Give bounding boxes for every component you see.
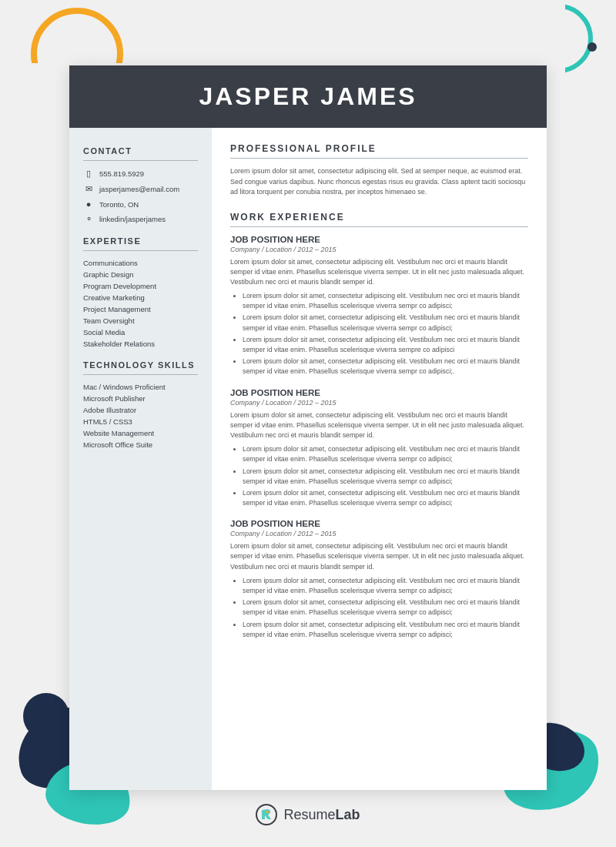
- job-2: JOB POSITION HERE Company / Location / 2…: [230, 388, 528, 509]
- contact-phone-text: 555.819.5929: [99, 169, 144, 178]
- skill-1: Communications: [83, 259, 198, 267]
- skill-5: Project Management: [83, 305, 198, 313]
- work-divider: [230, 226, 528, 227]
- work-section-title: WORK EXPERIENCE: [230, 212, 528, 223]
- resume-document: JASPER JAMES CONTACT ▯ 555.819.5929 ✉ ja…: [69, 65, 547, 790]
- skill-8: Stakeholder Relations: [83, 340, 198, 348]
- job-2-description: Lorem ipsum dolor sit amet, consectetur …: [230, 410, 528, 441]
- tech-6: Microsoft Office Suite: [83, 440, 198, 449]
- job-1: JOB POSITION HERE Company / Location / 2…: [230, 235, 528, 377]
- profile-divider: [230, 158, 528, 159]
- job-3-title: JOB POSITION HERE: [230, 519, 528, 528]
- job-2-title: JOB POSITION HERE: [230, 388, 528, 397]
- profile-section-title: PROFESSIONAL PROFILE: [230, 143, 528, 154]
- job-1-title: JOB POSITION HERE: [230, 235, 528, 244]
- job-1-bullet-2: Lorem ipsum dolor sit amet, consectetur …: [243, 313, 528, 333]
- expertise-section-title: EXPERTISE: [83, 236, 198, 246]
- contact-section-title: CONTACT: [83, 146, 198, 156]
- job-3-bullet-1: Lorem ipsum dolor sit amet, consectetur …: [243, 576, 528, 596]
- job-3-bullets: Lorem ipsum dolor sit amet, consectetur …: [230, 576, 528, 640]
- skill-3: Program Development: [83, 282, 198, 290]
- resume-body: CONTACT ▯ 555.819.5929 ✉ jasperjames@ema…: [69, 128, 547, 790]
- job-1-bullet-4: Lorem ipsum dolor sit amet, consectetur …: [243, 357, 528, 377]
- job-1-description: Lorem ipsum dolor sit amet, consectetur …: [230, 257, 528, 288]
- job-2-bullets: Lorem ipsum dolor sit amet, consectetur …: [230, 444, 528, 508]
- resume-header: JASPER JAMES: [69, 65, 547, 128]
- expertise-divider: [83, 250, 198, 251]
- email-icon: ✉: [83, 184, 94, 194]
- tech-section-title: TECHNOLOGY SKILLS: [83, 360, 198, 370]
- job-1-bullets: Lorem ipsum dolor sit amet, consectetur …: [230, 291, 528, 377]
- phone-icon: ▯: [83, 169, 94, 179]
- job-3-bullet-3: Lorem ipsum dolor sit amet, consectetur …: [243, 620, 528, 640]
- skill-6: Team Oversight: [83, 316, 198, 325]
- resumelab-logo: [256, 804, 277, 825]
- deco-navy-small: [23, 693, 69, 739]
- deco-teal-arc-top: [524, 4, 593, 73]
- contact-location-text: Toronto, ON: [99, 200, 139, 209]
- deco-teal-dot: [588, 42, 597, 52]
- location-icon: ●: [83, 199, 94, 209]
- job-3-company: Company / Location / 2012 – 2015: [230, 530, 528, 537]
- contact-linkedin: ⚬ linkedin/jasperjames: [83, 214, 198, 224]
- tech-1: Mac / Windows Proficient: [83, 383, 198, 391]
- sidebar: CONTACT ▯ 555.819.5929 ✉ jasperjames@ema…: [69, 128, 212, 790]
- skill-7: Social Media: [83, 328, 198, 336]
- contact-location: ● Toronto, ON: [83, 199, 198, 209]
- main-content: PROFESSIONAL PROFILE Lorem ipsum dolor s…: [212, 128, 547, 790]
- job-3-bullet-2: Lorem ipsum dolor sit amet, consectetur …: [243, 598, 528, 618]
- job-1-bullet-1: Lorem ipsum dolor sit amet, consectetur …: [243, 291, 528, 311]
- branding-text: ResumeLab: [283, 807, 360, 823]
- branding: ResumeLab: [0, 804, 616, 825]
- job-2-bullet-3: Lorem ipsum dolor sit amet, consectetur …: [243, 488, 528, 508]
- tech-3: Adobe Illustrator: [83, 406, 198, 414]
- job-1-bullet-3: Lorem ipsum dolor sit amet, consectetur …: [243, 335, 528, 355]
- contact-phone: ▯ 555.819.5929: [83, 169, 198, 179]
- contact-email: ✉ jasperjames@email.com: [83, 184, 198, 194]
- tech-4: HTML5 / CSS3: [83, 417, 198, 426]
- resume-name: JASPER JAMES: [92, 82, 524, 111]
- job-2-bullet-2: Lorem ipsum dolor sit amet, consectetur …: [243, 467, 528, 487]
- contact-linkedin-text: linkedin/jasperjames: [99, 215, 166, 223]
- job-3: JOB POSITION HERE Company / Location / 2…: [230, 519, 528, 640]
- job-3-description: Lorem ipsum dolor sit amet, consectetur …: [230, 541, 528, 572]
- job-2-company: Company / Location / 2012 – 2015: [230, 399, 528, 407]
- contact-email-text: jasperjames@email.com: [99, 185, 179, 193]
- tech-2: Microsoft Publisher: [83, 394, 198, 403]
- skill-2: Graphic Design: [83, 270, 198, 279]
- tech-divider: [83, 374, 198, 375]
- contact-divider: [83, 160, 198, 161]
- job-2-bullet-1: Lorem ipsum dolor sit amet, consectetur …: [243, 444, 528, 464]
- profile-text: Lorem ipsum dolor sit amet, consectetur …: [230, 166, 528, 198]
- linkedin-icon: ⚬: [83, 214, 94, 224]
- tech-5: Website Management: [83, 429, 198, 437]
- job-1-company: Company / Location / 2012 – 2015: [230, 246, 528, 253]
- skill-4: Creative Marketing: [83, 293, 198, 302]
